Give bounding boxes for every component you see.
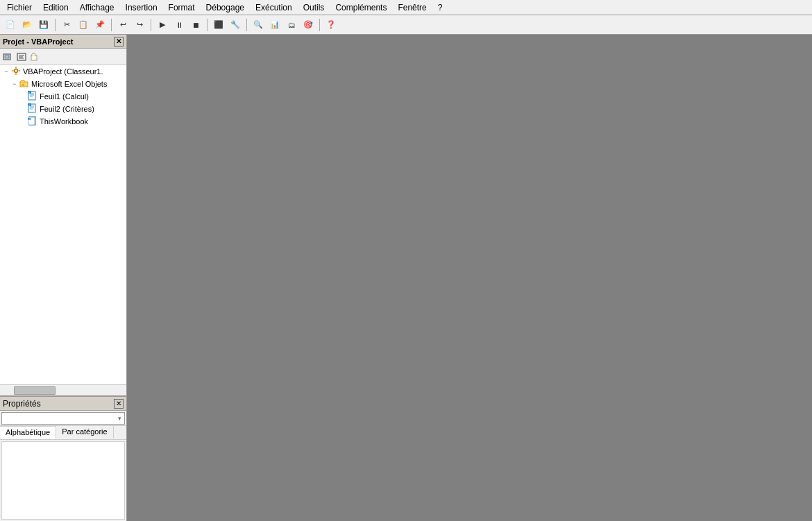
properties-tabs: Alphabétique Par catégorie bbox=[0, 426, 126, 440]
main-layout: Projet - VBAProject ✕ bbox=[0, 35, 812, 521]
menu-item-edition[interactable]: Edition bbox=[37, 1, 74, 14]
sep4 bbox=[207, 19, 208, 31]
project-icon bbox=[11, 66, 21, 77]
toggle-break-button[interactable]: ⬛ bbox=[211, 17, 226, 33]
properties-dropdown-row: ▾ bbox=[0, 411, 126, 426]
main-editor-area bbox=[127, 35, 812, 521]
menu-item-fenetre[interactable]: Fenêtre bbox=[392, 1, 432, 14]
tree-toggle-icon: − bbox=[3, 68, 10, 75]
menu-bar: FichierEditionAffichageInsertionFormatDé… bbox=[0, 0, 812, 15]
sep5 bbox=[246, 19, 247, 31]
sep1 bbox=[55, 19, 56, 31]
menu-item-insertion[interactable]: Insertion bbox=[120, 1, 163, 14]
menu-item-execution[interactable]: Exécution bbox=[250, 1, 298, 14]
project-tree-hscrollbar[interactable] bbox=[0, 384, 126, 395]
menu-item-outils[interactable]: Outils bbox=[298, 1, 330, 14]
clear-breaks-button[interactable]: 🔧 bbox=[228, 17, 243, 33]
project-panel-title: Projet - VBAProject bbox=[3, 37, 73, 46]
svg-rect-11 bbox=[12, 70, 14, 71]
paste-button[interactable]: 📌 bbox=[92, 17, 108, 33]
properties-panel-header: Propriétés ✕ bbox=[0, 397, 126, 411]
new-button[interactable]: 📄 bbox=[3, 17, 18, 33]
find-button[interactable]: 🔍 bbox=[251, 17, 266, 33]
pause-button[interactable]: ⏸ bbox=[171, 17, 187, 33]
svg-point-8 bbox=[15, 70, 17, 72]
run-button[interactable]: ▶ bbox=[155, 17, 170, 33]
project-tree-content: −VBAProject (Classeur1.−xlMicrosoft Exce… bbox=[0, 65, 126, 128]
tree-node-vbaproject[interactable]: −VBAProject (Classeur1. bbox=[0, 65, 126, 78]
properties-panel-title: Propriétés bbox=[3, 399, 41, 409]
open-button[interactable]: 📂 bbox=[19, 17, 35, 33]
tab-alphabetique[interactable]: Alphabétique bbox=[0, 426, 56, 439]
svg-rect-1 bbox=[5, 55, 9, 58]
project-panel-close-button[interactable]: ✕ bbox=[114, 37, 124, 46]
svg-text:xl: xl bbox=[28, 91, 31, 94]
svg-text:xlB: xlB bbox=[28, 118, 32, 121]
left-panel: Projet - VBAProject ✕ bbox=[0, 35, 127, 521]
properties-panel: Propriétés ✕ ▾ Alphabétique Par catégori… bbox=[0, 396, 126, 521]
copy-button[interactable]: 📋 bbox=[76, 17, 91, 33]
object-browser-button[interactable]: 📊 bbox=[267, 17, 282, 33]
tree-node-label: Microsoft Excel Objets bbox=[31, 80, 107, 88]
menu-item-affichage[interactable]: Affichage bbox=[74, 1, 120, 14]
menu-item-complements[interactable]: Compléments bbox=[330, 1, 392, 14]
tree-node-feuil1[interactable]: xlFeuil1 (Calcul) bbox=[0, 90, 126, 103]
save-button[interactable]: 💾 bbox=[36, 17, 51, 33]
svg-text:xl: xl bbox=[28, 103, 31, 107]
menu-item-debogage[interactable]: Débogage bbox=[201, 1, 250, 14]
project-panel: Projet - VBAProject ✕ bbox=[0, 35, 126, 396]
toolbar: 📄📂💾✂📋📌↩↪▶⏸⏹⬛🔧🔍📊🗂🎯❓ bbox=[0, 15, 812, 35]
hscroll-thumb[interactable] bbox=[14, 386, 56, 395]
tree-node-feuil2[interactable]: xlFeuil2 (Critères) bbox=[0, 103, 126, 115]
sheet-icon: xl bbox=[28, 103, 37, 114]
project-toolbar-view-code-button[interactable] bbox=[15, 51, 28, 63]
project-panel-header: Projet - VBAProject ✕ bbox=[0, 35, 126, 49]
stop-button[interactable]: ⏹ bbox=[188, 17, 203, 33]
tree-node-thisworkbook[interactable]: xlBThisWorkbook bbox=[0, 115, 126, 128]
sep6 bbox=[319, 19, 320, 31]
svg-text:xl: xl bbox=[22, 83, 24, 87]
properties-button[interactable]: 🎯 bbox=[301, 17, 316, 33]
svg-rect-12 bbox=[19, 70, 21, 71]
redo-button[interactable]: ↪ bbox=[132, 17, 147, 33]
tree-node-label: VBAProject (Classeur1. bbox=[23, 67, 103, 76]
project-explorer-button[interactable]: 🗂 bbox=[284, 17, 299, 33]
menu-item-fichier[interactable]: Fichier bbox=[1, 1, 37, 14]
properties-object-dropdown[interactable]: ▾ bbox=[1, 412, 125, 425]
svg-rect-9 bbox=[15, 67, 16, 69]
menu-item-aide[interactable]: ? bbox=[432, 1, 448, 14]
tree-node-label: ThisWorkbook bbox=[40, 117, 88, 126]
tree-node-ms-excel-objets[interactable]: −xlMicrosoft Excel Objets bbox=[0, 78, 126, 90]
properties-content-area bbox=[1, 441, 125, 520]
properties-panel-close-button[interactable]: ✕ bbox=[114, 399, 124, 409]
svg-rect-6 bbox=[31, 55, 37, 60]
project-toolbar-view-object-button[interactable] bbox=[1, 51, 14, 63]
tree-node-label: Feuil1 (Calcul) bbox=[40, 92, 89, 101]
project-tree[interactable]: −VBAProject (Classeur1.−xlMicrosoft Exce… bbox=[0, 65, 126, 384]
sheet-icon: xl bbox=[28, 91, 37, 102]
tree-toggle-icon: − bbox=[11, 80, 18, 87]
workbook-icon: xlB bbox=[28, 116, 37, 127]
tab-par-categorie[interactable]: Par catégorie bbox=[56, 426, 113, 439]
cut-button[interactable]: ✂ bbox=[59, 17, 74, 33]
sep2 bbox=[111, 19, 112, 31]
help-button[interactable]: ❓ bbox=[323, 17, 339, 33]
folder-icon: xl bbox=[19, 78, 29, 89]
undo-button[interactable]: ↩ bbox=[115, 17, 130, 33]
sep3 bbox=[151, 19, 151, 31]
project-toolbar-toggle-folders-button[interactable] bbox=[29, 51, 42, 63]
project-panel-toolbar bbox=[0, 49, 126, 65]
tree-node-label: Feuil2 (Critères) bbox=[40, 105, 94, 113]
svg-rect-10 bbox=[15, 74, 16, 76]
menu-item-format[interactable]: Format bbox=[163, 1, 201, 14]
chevron-down-icon: ▾ bbox=[118, 415, 121, 422]
